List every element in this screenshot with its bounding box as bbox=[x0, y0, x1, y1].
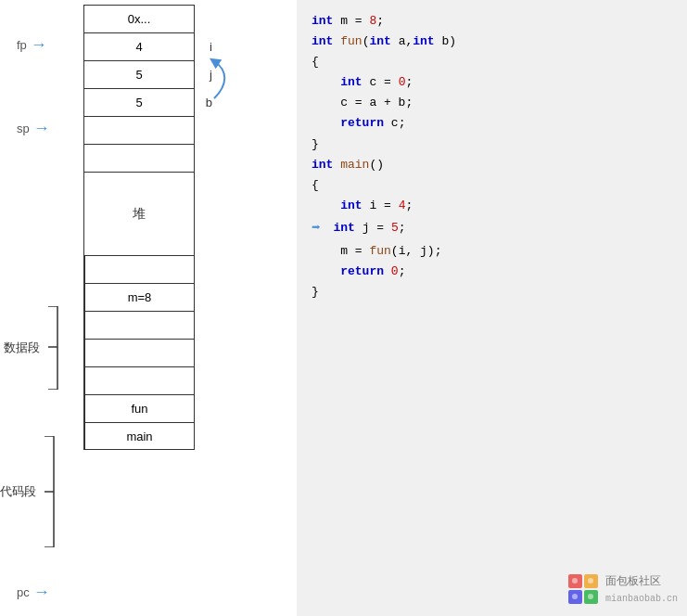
fp-arrow: → bbox=[31, 35, 47, 55]
code-line-6: return c; bbox=[312, 113, 672, 134]
heap-label: 堆 bbox=[133, 206, 146, 223]
data-section-bracket-svg bbox=[44, 306, 62, 390]
code-line-13: return 0; bbox=[312, 262, 672, 282]
pc-pointer: pc → bbox=[17, 583, 50, 602]
fp-pointer: fp → bbox=[17, 35, 47, 55]
watermark-icon bbox=[566, 572, 600, 606]
code-line-2: int fun(int a,int b) bbox=[312, 32, 672, 52]
main-container: 0x... 4 i 5 j 5 b bbox=[0, 0, 687, 616]
cell-4-right-label: i bbox=[210, 40, 212, 54]
cell-5j-label: 5 bbox=[135, 68, 142, 82]
cell-5b: 5 b bbox=[83, 88, 195, 116]
sp-pointer: sp → bbox=[17, 119, 50, 138]
code-line-8: int main() bbox=[312, 155, 672, 175]
cell-fun: fun bbox=[83, 394, 195, 422]
cell-data-top bbox=[83, 255, 195, 283]
watermark-text-block: 面包板社区 mianbaobab.cn bbox=[605, 572, 678, 607]
code-line-11-current: ➡ int j = 5; bbox=[312, 216, 672, 241]
watermark-name: 面包板社区 bbox=[605, 572, 678, 591]
cell-5j: 5 j bbox=[83, 60, 195, 88]
cell-m8-label: m=8 bbox=[128, 290, 152, 304]
watermark: 面包板社区 mianbaobab.cn bbox=[566, 572, 678, 607]
svg-point-13 bbox=[588, 578, 593, 584]
pc-label: pc bbox=[17, 585, 30, 599]
code-line-9: { bbox=[312, 175, 672, 196]
code-line-4: int c = 0; bbox=[312, 72, 672, 93]
kw-int-2: int bbox=[312, 32, 333, 52]
svg-point-12 bbox=[572, 578, 578, 584]
cell-main: main bbox=[83, 422, 195, 450]
cell-empty2 bbox=[83, 144, 195, 172]
memory-diagram: 0x... 4 i 5 j 5 b bbox=[0, 0, 297, 616]
code-section-label: 代码段 bbox=[0, 436, 58, 547]
code-section-text: 代码段 bbox=[0, 483, 36, 500]
cell-code-empty2 bbox=[83, 366, 195, 394]
cell-0x: 0x... bbox=[83, 5, 195, 32]
cell-empty1 bbox=[83, 116, 195, 144]
current-line-arrow: ➡ bbox=[312, 216, 321, 241]
code-line-14: } bbox=[312, 282, 672, 302]
cell-data-bottom bbox=[83, 311, 195, 339]
kw-int-1: int bbox=[312, 11, 333, 32]
code-line-7: } bbox=[312, 135, 672, 155]
code-line-5: c = a + b; bbox=[312, 93, 672, 113]
svg-point-14 bbox=[572, 594, 578, 599]
cell-0x-label: 0x... bbox=[128, 12, 151, 26]
cell-code-empty1 bbox=[83, 339, 195, 366]
code-line-12: m = fun(i, j); bbox=[312, 241, 672, 262]
cell-5b-label: 5 bbox=[135, 96, 142, 109]
code-line-3: { bbox=[312, 52, 672, 72]
cell-4-label: 4 bbox=[135, 40, 142, 54]
curved-arrow-svg bbox=[196, 57, 233, 103]
cell-main-label: main bbox=[126, 430, 152, 443]
cell-fun-label: fun bbox=[131, 402, 147, 416]
stack-cells: 0x... 4 i 5 j 5 b bbox=[83, 5, 195, 450]
fp-label: fp bbox=[17, 38, 27, 52]
cell-4: 4 i bbox=[83, 32, 195, 60]
code-panel: int m = 8; int fun(int a,int b) { int c … bbox=[297, 0, 687, 616]
code-section-bracket-svg bbox=[40, 436, 58, 547]
code-line-1: int m = 8; bbox=[312, 11, 672, 32]
sp-label: sp bbox=[17, 122, 30, 135]
watermark-url: mianbaobab.cn bbox=[605, 591, 678, 607]
data-section-label: 数据段 bbox=[4, 306, 62, 390]
cell-m8: m=8 bbox=[83, 283, 195, 311]
cell-heap: 堆 bbox=[83, 172, 195, 255]
svg-point-15 bbox=[588, 594, 593, 599]
sp-arrow: → bbox=[33, 119, 50, 138]
pc-arrow: → bbox=[33, 583, 50, 602]
data-section-text: 数据段 bbox=[4, 340, 40, 356]
code-line-10: int i = 4; bbox=[312, 196, 672, 216]
